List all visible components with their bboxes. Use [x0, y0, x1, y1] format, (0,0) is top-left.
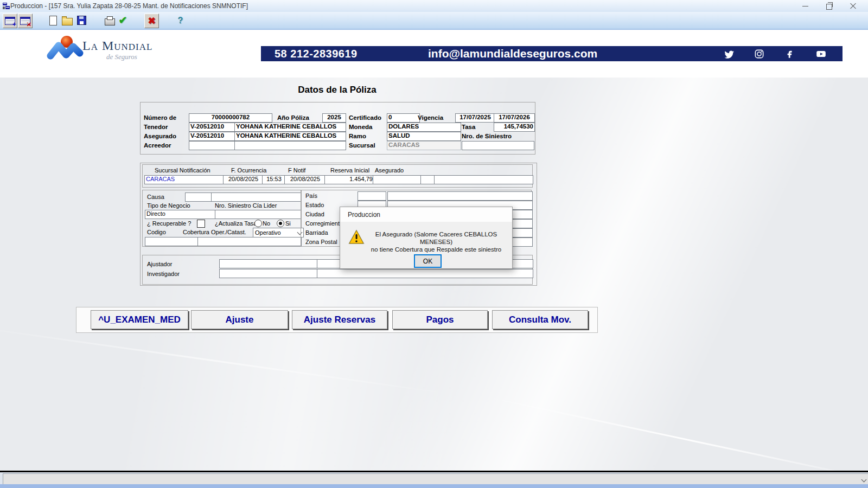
- anio-label: Año Póliza: [277, 114, 309, 121]
- moneda-field[interactable]: DOLARES: [387, 123, 461, 132]
- warning-dialog: Produccion El Asegurado (Salome Caceres …: [340, 207, 513, 269]
- causa-desc-field[interactable]: [211, 192, 301, 202]
- tenedor-nombre-field[interactable]: YOHANA KATHERINE CEBALLOS: [234, 123, 346, 132]
- main-content: Datos de la Póliza Número de 70000000782…: [0, 78, 868, 471]
- ajuste-button[interactable]: Ajuste: [191, 310, 288, 329]
- f-notif-label: F Notif: [288, 167, 305, 174]
- asegurado-name-field[interactable]: [434, 175, 533, 184]
- f-ocurrencia-field[interactable]: 20/08/2025: [223, 175, 264, 184]
- tipo-negocio-field[interactable]: Directo: [145, 210, 218, 219]
- investigador-code-field[interactable]: [219, 269, 317, 278]
- company-logo-subtext: de Seguros: [106, 53, 137, 61]
- f-notif-field[interactable]: 20/08/2025: [284, 175, 326, 184]
- ramo-field[interactable]: SALUD: [387, 132, 461, 141]
- contact-email: info@lamundialdeseguros.com: [428, 47, 597, 60]
- asegurado-id-field[interactable]: V-20512010: [189, 132, 236, 141]
- recuperable-checkbox[interactable]: [197, 220, 205, 228]
- reserva-field[interactable]: 1.454,79: [324, 175, 374, 184]
- cancel-icon: ✖: [148, 15, 155, 27]
- actualiza-si-radio[interactable]: [277, 220, 284, 227]
- action-button-strip: ^U_EXAMEN_MED Ajuste Ajuste Reservas Pag…: [76, 307, 598, 333]
- close-button[interactable]: [841, 0, 865, 12]
- print-button[interactable]: [103, 14, 117, 27]
- dialog-message-line2: no tiene Cobertura que Respalde este sin…: [364, 246, 508, 253]
- actualiza-si-label: Si: [285, 220, 291, 227]
- siniestro-field[interactable]: [462, 141, 534, 150]
- notification-panel: Sucursal Notificación F. Ocurrencia F No…: [142, 164, 533, 188]
- help-button[interactable]: ?: [174, 14, 187, 27]
- certificado-field[interactable]: 0: [387, 113, 420, 123]
- confirm-button[interactable]: ✔: [116, 14, 130, 27]
- codigo-field[interactable]: [145, 237, 199, 246]
- sucursal-notif-field[interactable]: CARACAS: [144, 175, 224, 184]
- ajuste-reservas-button[interactable]: Ajuste Reservas: [292, 310, 387, 329]
- plus-icon: +: [12, 21, 16, 28]
- app-icon: [3, 2, 10, 10]
- minimize-icon: [802, 6, 808, 7]
- cobertura-label: Cobertura Oper./Catast.: [183, 229, 246, 236]
- cobertura-dropdown[interactable]: Operativo: [253, 228, 304, 237]
- cancel-button[interactable]: ✖: [144, 14, 159, 28]
- asegurado-label: Asegurado: [144, 133, 176, 140]
- cobertura-desc-field[interactable]: [197, 237, 302, 246]
- consulta-mov-button[interactable]: Consulta Mov.: [492, 310, 588, 329]
- investigador-label: Investigador: [147, 271, 180, 278]
- company-logo-icon: [47, 33, 85, 60]
- policy-panel: Número de 70000000782 Año Póliza 2025 Ce…: [140, 102, 535, 155]
- acreedor-label: Acreedor: [144, 142, 171, 149]
- status-bar: [0, 472, 868, 488]
- acreedor-nombre-field[interactable]: [234, 141, 346, 150]
- asegurado-notif-field[interactable]: [373, 175, 422, 184]
- ok-button[interactable]: OK: [414, 254, 442, 268]
- status-combobox[interactable]: [3, 473, 868, 485]
- pais-field[interactable]: [387, 191, 533, 201]
- examen-med-button[interactable]: ^U_EXAMEN_MED: [91, 310, 188, 329]
- chevron-down-icon: [861, 477, 867, 482]
- check-icon: ✔: [119, 14, 127, 27]
- warning-icon: [348, 229, 365, 245]
- vigencia-label: Vigencia: [418, 114, 443, 121]
- dialog-title: Produccion: [348, 211, 380, 219]
- numero-field[interactable]: 70000000782: [189, 113, 272, 123]
- codigo-label: Codigo: [147, 229, 166, 236]
- asegurado-code-field[interactable]: [420, 175, 435, 184]
- hora-field[interactable]: 15:53: [262, 175, 286, 184]
- page-title: Datos de la Póliza: [140, 85, 534, 95]
- acreedor-id-field[interactable]: [189, 141, 236, 150]
- asegurado-nombre-field[interactable]: YOHANA KATHERINE CEBALLOS: [234, 132, 346, 141]
- minimize-button[interactable]: [793, 0, 817, 12]
- print-icon: [105, 18, 115, 25]
- actualiza-tasa-label: ¿Actualiza Tasa: [215, 220, 257, 227]
- pagos-button[interactable]: Pagos: [392, 310, 488, 329]
- save-icon: [77, 16, 86, 25]
- tasa-label: Tasa: [462, 124, 475, 131]
- add-record-button[interactable]: +: [3, 14, 17, 28]
- investigador-name-field[interactable]: [317, 269, 533, 278]
- window-titlebar: Produccion - [157 Sra. Yulia Zapata 28-0…: [0, 0, 868, 12]
- new-document-button[interactable]: [46, 14, 60, 27]
- cross-icon: ✕: [27, 21, 31, 28]
- pais-code-field[interactable]: [358, 191, 386, 201]
- status-bar-accent: [0, 484, 868, 488]
- reserva-label: Reserva Inicial: [330, 167, 369, 174]
- company-logo-text: La Mundial: [82, 38, 152, 53]
- actualiza-no-radio[interactable]: [254, 220, 262, 227]
- open-file-button[interactable]: [60, 14, 74, 27]
- estado-label: Estado: [305, 202, 324, 209]
- save-button[interactable]: [75, 14, 88, 27]
- contact-bar: 58 212-2839619 info@lamundialdeseguros.c…: [261, 46, 843, 61]
- vigencia-desde-field[interactable]: 17/07/2025: [455, 113, 495, 123]
- dialog-message-line1: El Asegurado (Salome Caceres CEBALLOS ME…: [364, 230, 508, 246]
- siniestro-label: Nro. de Siniestro: [462, 133, 512, 140]
- instagram-icon: [754, 49, 764, 59]
- anio-field[interactable]: 2025: [322, 113, 346, 123]
- vigencia-hasta-field[interactable]: 17/07/2026: [494, 113, 535, 123]
- cia-lider-field[interactable]: [215, 210, 301, 219]
- ajustador-code-field[interactable]: [219, 259, 317, 268]
- causa-code-field[interactable]: [185, 192, 212, 202]
- new-document-icon: [49, 16, 57, 25]
- tenedor-id-field[interactable]: V-20512010: [189, 123, 236, 132]
- delete-record-button[interactable]: ✕: [18, 14, 33, 28]
- tasa-field[interactable]: 145,74530: [494, 123, 535, 132]
- restore-button[interactable]: [817, 0, 841, 12]
